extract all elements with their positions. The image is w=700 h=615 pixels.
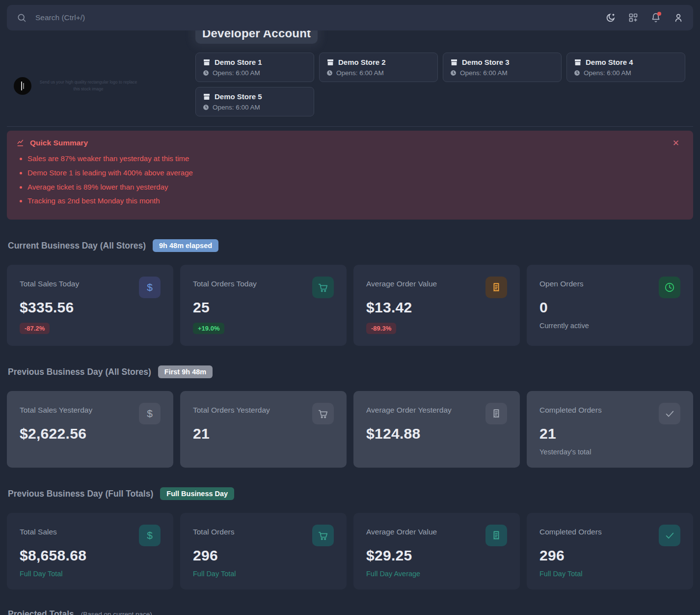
card-subtext: Full Day Average bbox=[366, 570, 507, 578]
metric-card-total-orders-today: Total Orders Today 25 +19.0% bbox=[180, 265, 347, 346]
dollar-icon: $ bbox=[139, 525, 161, 546]
card-value: 0 bbox=[539, 299, 680, 316]
quick-summary-list: Sales are 87% weaker than yesterday at t… bbox=[17, 153, 683, 206]
topbar-actions bbox=[605, 13, 683, 23]
card-value: $2,622.56 bbox=[20, 425, 161, 442]
delta-badge: -87.2% bbox=[20, 323, 50, 334]
section-header-current-day: Current Business Day (All Stores) 9h 48m… bbox=[8, 239, 692, 252]
card-subtext: Full Day Total bbox=[193, 570, 334, 578]
elapsed-badge: 9h 48m elapsed bbox=[153, 239, 218, 252]
store-hours: Opens: 6:00 AM bbox=[336, 69, 384, 77]
card-label: Total Sales Yesterday bbox=[20, 406, 92, 415]
store-card-demo-store-5[interactable]: Demo Store 5 Opens: 6:00 AM bbox=[195, 87, 314, 116]
store-name: Demo Store 2 bbox=[338, 58, 386, 66]
cart-icon bbox=[312, 277, 334, 298]
topbar bbox=[7, 5, 693, 30]
storefront-icon bbox=[574, 58, 582, 66]
summary-item: Demo Store 1 is leading with 400% above … bbox=[27, 168, 683, 178]
section-title: Projected Totals bbox=[8, 609, 74, 615]
card-label: Open Orders bbox=[539, 280, 584, 288]
store-card-demo-store-1[interactable]: Demo Store 1 Opens: 6:00 AM bbox=[195, 53, 314, 82]
header-divider bbox=[7, 126, 693, 127]
full-totals-cards: Total Sales $ $8,658.68 Full Day Total T… bbox=[7, 513, 693, 589]
metric-card-total-sales-today: Total Sales Today $ $335.56 -87.2% bbox=[7, 265, 173, 346]
quick-summary-title: Quick Summary bbox=[30, 139, 88, 147]
chart-line-icon bbox=[17, 139, 26, 147]
receipt-icon bbox=[485, 277, 507, 298]
period-badge: First 9h 48m bbox=[158, 365, 213, 378]
delta-badge: +19.0% bbox=[193, 323, 224, 334]
card-value: 21 bbox=[539, 425, 680, 442]
storefront-icon bbox=[326, 58, 334, 66]
section-header-full-totals: Previous Business Day (Full Totals) Full… bbox=[8, 487, 692, 500]
card-label: Completed Orders bbox=[539, 406, 602, 415]
metric-card-average-order-value: Average Order Value $13.42 -89.3% bbox=[353, 265, 520, 346]
notifications-bell-icon[interactable] bbox=[651, 13, 661, 23]
card-value: $13.42 bbox=[366, 299, 507, 316]
clock-icon bbox=[203, 70, 209, 76]
card-subtext: Yesterday's total bbox=[539, 448, 680, 456]
metric-card-average-order-yesterday: Average Order Yesterday $124.88 bbox=[353, 391, 520, 468]
card-value: 25 bbox=[193, 299, 334, 316]
metric-card-total-orders-full: Total Orders 296 Full Day Total bbox=[180, 513, 347, 589]
card-label: Total Sales Today bbox=[20, 280, 79, 288]
section-title: Current Business Day (All Stores) bbox=[8, 241, 146, 251]
metric-card-completed-orders-full: Completed Orders 296 Full Day Total bbox=[527, 513, 693, 589]
receipt-icon bbox=[485, 525, 507, 546]
store-card-demo-store-3[interactable]: Demo Store 3 Opens: 6:00 AM bbox=[443, 53, 562, 82]
section-subtitle: (Based on current pace) bbox=[81, 611, 152, 615]
card-value: $124.88 bbox=[366, 425, 507, 442]
card-value: 296 bbox=[193, 547, 334, 564]
card-label: Total Orders Yesterday bbox=[193, 406, 270, 415]
user-profile-icon[interactable] bbox=[673, 13, 683, 23]
metric-card-average-order-full: Average Order Value $29.25 Full Day Aver… bbox=[353, 513, 520, 589]
summary-item: Average ticket is 89% lower than yesterd… bbox=[27, 182, 683, 193]
notification-dot bbox=[657, 12, 661, 16]
card-value: 296 bbox=[539, 547, 680, 564]
store-name: Demo Store 4 bbox=[586, 58, 633, 66]
storefront-icon bbox=[203, 58, 211, 66]
current-day-cards: Total Sales Today $ $335.56 -87.2% Total… bbox=[7, 265, 693, 346]
check-icon bbox=[659, 525, 680, 546]
previous-day-cards: Total Sales Yesterday $ $2,622.56 Total … bbox=[7, 391, 693, 468]
clock-icon bbox=[203, 104, 209, 111]
card-label: Total Orders bbox=[193, 528, 234, 536]
card-subtext: Full Day Total bbox=[539, 570, 680, 578]
summary-item: Tracking as 2nd best Monday this month bbox=[27, 196, 683, 206]
logo-placeholder-note: Send us your high quality rectangular lo… bbox=[39, 79, 137, 92]
card-subtext: Full Day Total bbox=[20, 570, 161, 578]
clock-icon bbox=[450, 70, 457, 76]
apps-grid-icon[interactable] bbox=[628, 13, 638, 23]
store-name: Demo Store 5 bbox=[215, 92, 262, 101]
dollar-icon: $ bbox=[139, 277, 161, 298]
metric-card-completed-orders-yesterday: Completed Orders 21 Yesterday's total bbox=[527, 391, 693, 468]
cart-icon bbox=[312, 403, 334, 424]
card-value: $29.25 bbox=[366, 547, 507, 564]
receipt-icon bbox=[485, 403, 507, 424]
store-hours: Opens: 6:00 AM bbox=[584, 69, 631, 77]
metric-card-open-orders: Open Orders 0 Currently active bbox=[527, 265, 693, 346]
section-header-previous-day: Previous Business Day (All Stores) First… bbox=[8, 365, 692, 378]
card-label: Completed Orders bbox=[539, 528, 602, 536]
storefront-icon bbox=[203, 93, 211, 101]
section-title: Previous Business Day (Full Totals) bbox=[8, 489, 153, 499]
dark-mode-icon[interactable] bbox=[605, 13, 616, 23]
clock-icon bbox=[659, 277, 680, 298]
store-name: Demo Store 3 bbox=[462, 58, 510, 66]
search-icon bbox=[17, 13, 27, 23]
clock-icon bbox=[574, 70, 580, 76]
check-icon bbox=[659, 403, 680, 424]
storefront-icon bbox=[450, 58, 458, 66]
search-input[interactable] bbox=[34, 13, 597, 23]
cart-icon bbox=[312, 525, 334, 546]
dollar-icon: $ bbox=[139, 403, 161, 424]
metric-card-total-orders-yesterday: Total Orders Yesterday 21 bbox=[180, 391, 347, 468]
store-card-demo-store-4[interactable]: Demo Store 4 Opens: 6:00 AM bbox=[566, 53, 685, 82]
full-day-badge: Full Business Day bbox=[160, 487, 234, 500]
account-header: Send us your high quality rectangular lo… bbox=[0, 30, 700, 116]
dashboard-page: Send us your high quality rectangular lo… bbox=[0, 0, 700, 615]
card-label: Total Sales bbox=[20, 528, 57, 536]
store-card-demo-store-2[interactable]: Demo Store 2 Opens: 6:00 AM bbox=[319, 53, 438, 82]
close-icon[interactable]: ✕ bbox=[670, 139, 682, 148]
metric-card-total-sales-full: Total Sales $ $8,658.68 Full Day Total bbox=[7, 513, 173, 589]
